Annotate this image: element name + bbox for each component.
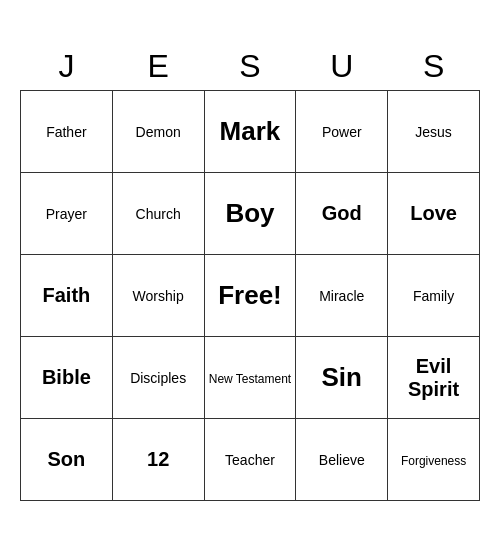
bingo-card: JESUS FatherDemonMarkPowerJesusPrayerChu… <box>20 43 480 502</box>
cell-text: Believe <box>319 452 365 468</box>
cell-text: Jesus <box>415 124 452 140</box>
table-row: Son12TeacherBelieveForgiveness <box>21 419 480 501</box>
cell-text: Boy <box>225 198 274 228</box>
table-row: FaithWorshipFree!MiracleFamily <box>21 255 480 337</box>
bingo-cell: God <box>296 173 388 255</box>
cell-text: Demon <box>136 124 181 140</box>
cell-text: Forgiveness <box>401 454 466 468</box>
cell-text: Disciples <box>130 370 186 386</box>
bingo-cell: Jesus <box>388 91 480 173</box>
cell-text: God <box>322 202 362 224</box>
bingo-cell: Worship <box>112 255 204 337</box>
bingo-cell: Family <box>388 255 480 337</box>
bingo-cell: New Testament <box>204 337 296 419</box>
bingo-cell: Disciples <box>112 337 204 419</box>
bingo-cell: Bible <box>21 337 113 419</box>
bingo-cell: Power <box>296 91 388 173</box>
cell-text: Church <box>136 206 181 222</box>
bingo-cell: 12 <box>112 419 204 501</box>
bingo-cell: Son <box>21 419 113 501</box>
cell-text: Bible <box>42 366 91 388</box>
cell-text: Evil Spirit <box>408 355 459 400</box>
header-letter: E <box>112 43 204 91</box>
bingo-cell: Demon <box>112 91 204 173</box>
header-letter: J <box>21 43 113 91</box>
cell-text: Free! <box>218 280 282 310</box>
cell-text: Teacher <box>225 452 275 468</box>
cell-text: Mark <box>220 116 281 146</box>
table-row: BibleDisciplesNew TestamentSinEvil Spiri… <box>21 337 480 419</box>
bingo-cell: Forgiveness <box>388 419 480 501</box>
bingo-cell: Teacher <box>204 419 296 501</box>
bingo-cell: Boy <box>204 173 296 255</box>
cell-text: Love <box>410 202 457 224</box>
bingo-cell: Church <box>112 173 204 255</box>
bingo-cell: Love <box>388 173 480 255</box>
cell-text: Father <box>46 124 86 140</box>
bingo-cell: Free! <box>204 255 296 337</box>
header-letter: S <box>388 43 480 91</box>
table-row: FatherDemonMarkPowerJesus <box>21 91 480 173</box>
table-row: PrayerChurchBoyGodLove <box>21 173 480 255</box>
cell-text: Prayer <box>46 206 87 222</box>
bingo-cell: Prayer <box>21 173 113 255</box>
cell-text: Power <box>322 124 362 140</box>
cell-text: Miracle <box>319 288 364 304</box>
header-letter: U <box>296 43 388 91</box>
bingo-cell: Evil Spirit <box>388 337 480 419</box>
cell-text: Sin <box>322 362 362 392</box>
bingo-cell: Father <box>21 91 113 173</box>
cell-text: Son <box>47 448 85 470</box>
bingo-cell: Miracle <box>296 255 388 337</box>
cell-text: Family <box>413 288 454 304</box>
cell-text: Worship <box>133 288 184 304</box>
cell-text: Faith <box>42 284 90 306</box>
bingo-cell: Sin <box>296 337 388 419</box>
header-letter: S <box>204 43 296 91</box>
bingo-cell: Believe <box>296 419 388 501</box>
cell-text: 12 <box>147 448 169 470</box>
bingo-cell: Faith <box>21 255 113 337</box>
bingo-cell: Mark <box>204 91 296 173</box>
cell-text: New Testament <box>209 372 291 386</box>
